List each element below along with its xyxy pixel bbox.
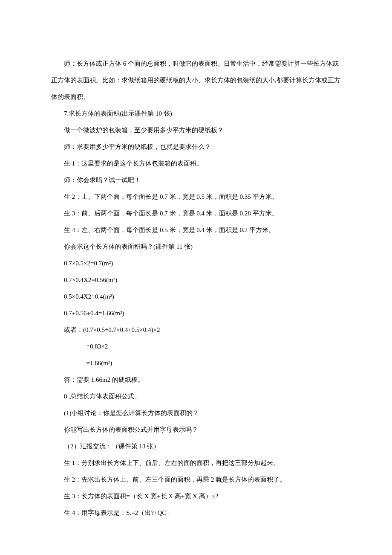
paragraph: 做一个微波炉的包装箱，至少要用多少平方米的硬纸板？ bbox=[51, 122, 341, 139]
paragraph: 生 2：先求出长方体上、前、左三个面的面积，再乘 2 就是长方体的表面积了。 bbox=[51, 471, 341, 488]
paragraph: 7.求长方体的表面积(出示课件第 10 张) bbox=[51, 105, 341, 122]
paragraph: 生 3：长方体的表面积=（长 X 宽+长 X 高+宽 X 高）×2 bbox=[51, 488, 341, 505]
paragraph: =1.66(m²) bbox=[51, 355, 341, 372]
paragraph: 生 2：上、下两个面，每个面长是 0.7 米，宽是 0.5 米，面积是 0.35… bbox=[51, 189, 341, 205]
paragraph: 0.5×0.4X2=0.4(m²) bbox=[51, 288, 341, 305]
paragraph: 生 3：前、后两个面，每个面长是 0.7 米，宽是 0.4 米，面积是 0.28… bbox=[51, 205, 341, 222]
paragraph: 生 4：用字母表示是：S.=2（出?+QC+ bbox=[51, 505, 341, 521]
paragraph: 你会求这个长方体的表面积吗？(课件第 11 张) bbox=[51, 238, 341, 255]
paragraph: (1)小组讨论：你是怎么计算长方体的表面积的？ bbox=[51, 405, 341, 421]
paragraph: 生 1：这里要求的是这个长方体包装箱的表面积。 bbox=[51, 155, 341, 172]
paragraph: =0.83×2 bbox=[51, 338, 341, 355]
paragraph: 师：求要用多少平方米的硬纸板，也就是要求什么？ bbox=[51, 139, 341, 155]
paragraph: 0.7×0.4X2=0.56(m²) bbox=[51, 272, 341, 288]
paragraph: （2）汇报交流：（课件第 13 张） bbox=[51, 438, 341, 455]
paragraph: 生 1：分别求出长方体上下、前后、左右的面的面积，再把这三部分加起来。 bbox=[51, 455, 341, 471]
paragraph: 师：你会求吗？试一试吧！ bbox=[51, 172, 341, 189]
paragraph: 生 4：左、右两个面，每个面长是 0.5 米，宽是 0.4 米，面积是 0.2 … bbox=[51, 222, 341, 238]
paragraph: 答：需要 1.66m2 的硬纸板。 bbox=[51, 372, 341, 388]
paragraph: 8 .总结长方体表面积公式。 bbox=[51, 388, 341, 405]
paragraph: 师：长方体或正方体 6 个面的总面积，叫做它的表面积。日常生活中，经常需要计算一… bbox=[51, 55, 341, 105]
paragraph: 0.7×0.5×2=0.7(m²) bbox=[51, 255, 341, 272]
paragraph: 0.7+0.56+0.4=1.66(m²) bbox=[51, 305, 341, 322]
document-page: 师：长方体或正方体 6 个面的总面积，叫做它的表面积。日常生活中，经常需要计算一… bbox=[0, 0, 392, 555]
paragraph: 或者：(0.7×0.5÷0.7×0.4+0.5×0.4)×2 bbox=[51, 322, 341, 338]
paragraph: 你能写出长方体的表面积公式并用字母表示吗？ bbox=[51, 421, 341, 438]
